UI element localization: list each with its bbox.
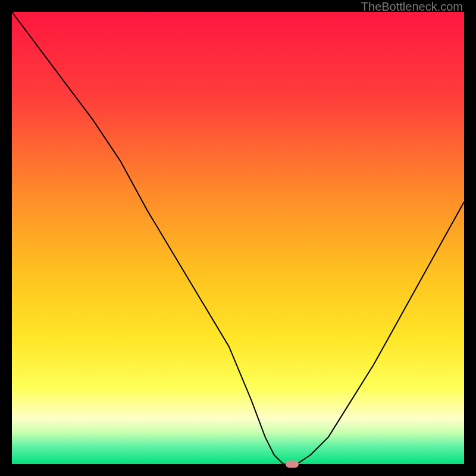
plot-area — [12, 12, 464, 464]
optimal-marker — [286, 461, 299, 468]
watermark-text: TheBottleneck.com — [361, 0, 463, 14]
bottleneck-curve — [12, 12, 464, 464]
chart-frame: TheBottleneck.com — [0, 0, 476, 476]
